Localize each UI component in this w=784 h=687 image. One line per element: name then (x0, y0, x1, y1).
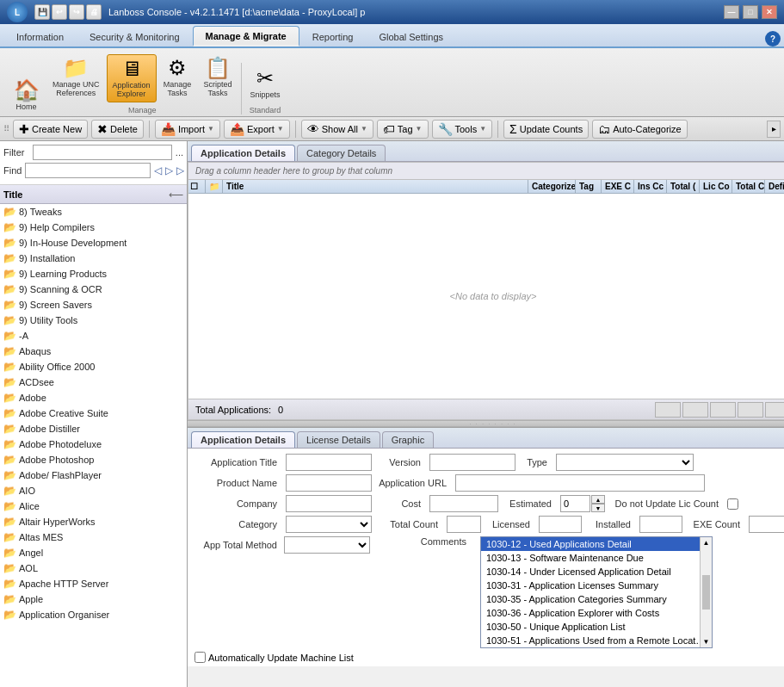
dropdown-item-1030-14[interactable]: 1030-14 - Under Licensed Application Det… (481, 565, 712, 579)
list-item[interactable]: 📂9) Screen Savers (0, 297, 187, 313)
product-name-input[interactable] (286, 474, 372, 492)
tab-license-details[interactable]: License Details (297, 431, 380, 448)
export-button[interactable]: 📤 Export ▼ (224, 120, 290, 139)
ribbon-snippets-btn[interactable]: ✂ Snippets (245, 65, 286, 102)
ribbon-manage-unc-btn[interactable]: 📁 Manage UNCReferences (47, 54, 105, 102)
list-item[interactable]: 📂Adobe Photodeluxe (0, 436, 187, 452)
dropdown-item-1030-12[interactable]: 1030-12 - Used Applications Detail (481, 537, 712, 551)
grid-col-ins-cc[interactable]: Ins Cc (634, 180, 667, 193)
minimize-btn[interactable]: — (724, 5, 739, 19)
create-new-button[interactable]: ✚ Create New (13, 120, 88, 139)
grid-footer-btn-1[interactable] (655, 402, 681, 418)
ribbon-app-explorer-btn[interactable]: 🖥 ApplicationExplorer (107, 54, 157, 102)
find-input[interactable] (25, 163, 151, 178)
ribbon-manage-tasks-btn[interactable]: ⚙ ManageTasks (158, 54, 197, 102)
list-item[interactable]: 📂Apache HTTP Server (0, 576, 187, 591)
licensed-input[interactable] (539, 516, 582, 533)
dropdown-item-1030-50[interactable]: 1030-50 - Unique Application List (481, 620, 712, 634)
find-prev-icon[interactable]: ◁ (154, 164, 162, 176)
find-search-icon[interactable]: ▷ (176, 164, 184, 176)
quick-btn-1[interactable]: 💾 (34, 4, 50, 20)
show-all-button[interactable]: 👁 Show All ▼ (301, 120, 373, 139)
app-total-method-select[interactable] (284, 536, 370, 554)
close-btn[interactable]: ✕ (762, 5, 777, 19)
ribbon-home-btn[interactable]: 🏠 Home (7, 77, 46, 114)
grid-footer-btn-4[interactable] (738, 402, 763, 418)
grid-col-deficit[interactable]: Deficit (765, 180, 784, 193)
list-item[interactable]: 📂Abaqus (0, 344, 187, 359)
quick-btn-4[interactable]: 🖨 (86, 4, 102, 20)
tree-list[interactable]: 📂8) Tweaks 📂9) Help Compilers 📂9) In-Hou… (0, 204, 187, 687)
list-item[interactable]: 📂Ability Office 2000 (0, 359, 187, 374)
grid-col-total-c[interactable]: Total C (732, 180, 765, 193)
tab-reporting[interactable]: Reporting (299, 26, 367, 46)
scrollbar-thumb[interactable] (702, 575, 710, 610)
toolbar-end-arrow[interactable]: ▸ (767, 121, 781, 138)
list-item[interactable]: 📂-A (0, 328, 187, 344)
grid-col-total-1[interactable]: Total ( (667, 180, 700, 193)
app-url-input[interactable] (455, 474, 705, 492)
list-item[interactable]: 📂9) Utility Tools (0, 313, 187, 328)
list-item[interactable]: 📂9) Help Compilers (0, 220, 187, 235)
list-item[interactable]: 📂AIO (0, 483, 187, 498)
version-input[interactable] (429, 454, 515, 471)
list-item[interactable]: 📂Adobe/ FlashPlayer (0, 467, 187, 483)
auto-categorize-button[interactable]: 🗂 Auto-Categorize (592, 120, 688, 139)
list-item[interactable]: 📂ACDsee (0, 374, 187, 390)
update-counts-button[interactable]: Σ Update Counts (503, 120, 589, 139)
dropdown-item-1030-51[interactable]: 1030-51 - Applications Used from a Remot… (481, 634, 712, 647)
tab-security-monitoring[interactable]: Security & Monitoring (77, 26, 193, 46)
list-item[interactable]: 📂Alice (0, 498, 187, 514)
tab-application-details[interactable]: Application Details (191, 145, 295, 161)
maximize-btn[interactable]: □ (743, 5, 758, 19)
list-item[interactable]: 📂Angel (0, 545, 187, 560)
company-input[interactable] (286, 495, 372, 512)
app-title-input[interactable] (286, 454, 372, 471)
delete-button[interactable]: ✖ Delete (91, 120, 144, 139)
import-button[interactable]: 📥 Import ▼ (155, 120, 220, 139)
grid-footer-btn-3[interactable] (710, 402, 736, 418)
list-item[interactable]: 📂Adobe Creative Suite (0, 405, 187, 421)
tab-information[interactable]: Information (3, 26, 77, 46)
splitter[interactable]: · · · · · · · · (188, 420, 784, 427)
tab-graphic[interactable]: Graphic (382, 431, 435, 448)
installed-input[interactable] (639, 516, 682, 533)
list-item[interactable]: 📂Adobe Photoshop (0, 452, 187, 467)
tab-category-details[interactable]: Category Details (297, 145, 386, 161)
estimated-input[interactable] (560, 495, 590, 512)
ribbon-scripted-tasks-btn[interactable]: 📋 ScriptedTasks (199, 54, 238, 102)
scrollbar-down[interactable]: ▼ (701, 638, 712, 646)
filter-input[interactable] (33, 145, 172, 160)
scrollbar-up[interactable]: ▲ (701, 539, 712, 547)
grid-col-exe-c[interactable]: EXE C (602, 180, 634, 193)
list-item[interactable]: 📂9) Learning Products (0, 266, 187, 282)
list-item[interactable]: 📂8) Tweaks (0, 204, 187, 220)
grid-col-lic-co[interactable]: Lic Co (700, 180, 732, 193)
dropdown-item-1030-36[interactable]: 1030-36 - Application Explorer with Cost… (481, 606, 712, 620)
grid-footer-btn-2[interactable] (682, 402, 708, 418)
list-item[interactable]: 📂Adobe Distiller (0, 421, 187, 436)
help-button[interactable]: ? (765, 31, 781, 46)
type-select[interactable] (556, 454, 694, 471)
cost-input[interactable] (429, 495, 498, 512)
list-item[interactable]: 📂Altas MES (0, 529, 187, 545)
grid-col-categorize[interactable]: Categorize (528, 180, 576, 193)
list-item[interactable]: 📂Adobe (0, 390, 187, 405)
tag-button[interactable]: 🏷 Tag ▼ (377, 120, 429, 139)
exe-count-input[interactable] (749, 516, 784, 533)
find-next-icon[interactable]: ▷ (165, 164, 173, 176)
list-item[interactable]: 📂AOL (0, 560, 187, 576)
list-item[interactable]: 📂9) Scanning & OCR (0, 282, 187, 297)
list-item[interactable]: 📂Apple (0, 591, 187, 607)
grid-col-title[interactable]: Title (223, 180, 528, 193)
auto-update-checkbox[interactable] (194, 652, 206, 663)
list-item[interactable]: 📂9) In-House Development (0, 235, 187, 251)
spinner-down[interactable]: ▼ (591, 504, 605, 512)
grid-footer-btn-5[interactable] (765, 402, 784, 418)
list-item[interactable]: 📂9) Installation (0, 251, 187, 266)
quick-btn-3[interactable]: ↪ (69, 4, 84, 20)
tab-global-settings[interactable]: Global Settings (366, 26, 456, 46)
tab-bottom-app-details[interactable]: Application Details (191, 431, 295, 448)
spinner-up[interactable]: ▲ (591, 495, 605, 504)
total-count-input[interactable] (447, 516, 481, 533)
